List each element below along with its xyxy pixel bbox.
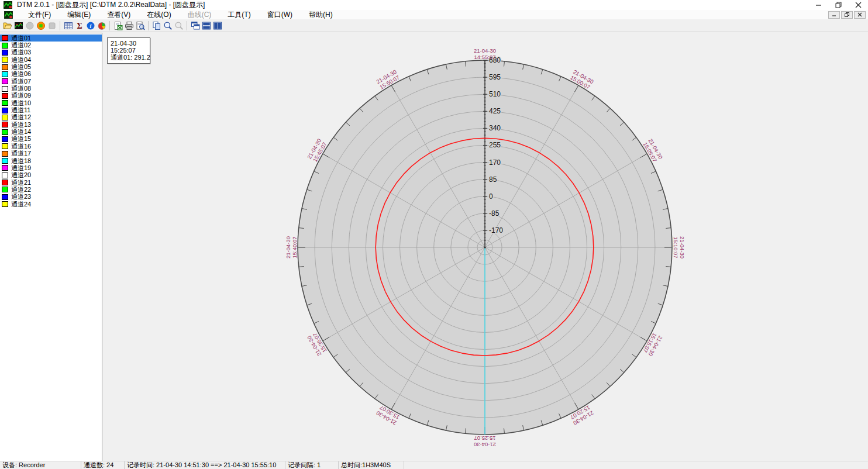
channel-color-swatch (2, 158, 8, 164)
channel-color-swatch (2, 108, 8, 113)
stop-icon (47, 21, 57, 30)
channel-color-swatch (2, 180, 8, 185)
channel-color-swatch (2, 129, 8, 135)
menu-item-online[interactable]: 在线(O) (139, 10, 179, 19)
window-close-button[interactable] (848, 0, 868, 10)
time-label: 21-04-3015:25:07 (474, 435, 496, 448)
value-axis-label: 595 (489, 73, 501, 81)
value-axis-label: 510 (489, 90, 501, 98)
export-excel-icon (113, 21, 123, 30)
zoom-out-button (173, 20, 184, 31)
channel-color-swatch (2, 173, 8, 178)
mdi-restore-button[interactable] (841, 11, 853, 19)
channel-color-swatch (2, 194, 8, 200)
channel-color-swatch (2, 43, 8, 49)
open-file-icon (3, 21, 12, 30)
channel-list-panel: 通道01通道02通道03通道04通道05通道06通道07通道08通道09通道10… (0, 33, 102, 461)
zoom-in-button[interactable] (162, 20, 173, 31)
pie-chart-icon (97, 21, 106, 30)
record-idle-button (24, 20, 35, 31)
cascade-windows-button[interactable] (190, 20, 201, 31)
channel-color-swatch (2, 86, 8, 92)
time-label-text: 21-04-3015:10:07 (673, 236, 686, 258)
data-table-button[interactable] (63, 20, 74, 31)
copy-icon (152, 21, 161, 30)
window-restore-button[interactable] (828, 0, 848, 10)
status-segment-3: 记录间隔: 1 (285, 461, 339, 469)
mdi-child-icon[interactable] (4, 11, 13, 19)
time-label: 21-04-3015:10:07 (673, 236, 686, 258)
window-minimize-button[interactable] (808, 0, 828, 10)
toolbar-separator (60, 21, 60, 30)
statistics-sum-icon: Σ (75, 21, 84, 30)
status-bar: 设备: Recorder通道数: 24记录时间: 21-04-30 14:51:… (0, 461, 868, 469)
polar-chart[interactable]: 680595510425340255170850-85-17021-04-301… (103, 33, 868, 461)
info-button[interactable]: i (85, 20, 96, 31)
value-axis-label: -85 (489, 209, 500, 218)
zoom-in-icon (163, 21, 173, 30)
value-tooltip: 21-04-30 15:25:07 通道01: 291.2 (107, 37, 150, 64)
value-axis-label: -170 (489, 226, 503, 235)
channel-color-swatch (2, 71, 8, 77)
channel-color-swatch (2, 50, 8, 56)
toolbar-separator (187, 21, 187, 30)
data-table-icon (64, 21, 73, 30)
print-button[interactable] (123, 20, 135, 31)
value-axis-label: 340 (489, 124, 501, 132)
time-label: 21-04-3014:55:07 (474, 47, 496, 60)
menu-bar: 文件(F)编辑(E)查看(V)在线(O)曲线(C)工具(T)窗口(W)帮助(H) (0, 10, 868, 19)
menu-item-file[interactable]: 文件(F) (20, 10, 59, 19)
menu-item-view[interactable]: 查看(V) (99, 10, 139, 19)
toolbar: Σi (0, 19, 868, 32)
value-axis-label: 170 (489, 158, 501, 167)
statistics-sum-button[interactable]: Σ (74, 20, 85, 31)
print-icon (125, 21, 134, 30)
minimize-icon (832, 12, 836, 17)
record-active-icon (36, 21, 46, 30)
window-title: DTM 2.0.1 - [圆盘显示] [C:\DTM 2.0.2\RealDat… (17, 0, 205, 10)
channel-color-swatch (2, 100, 8, 106)
disc-chart-area: 680595510425340255170850-85-17021-04-301… (103, 33, 868, 461)
channel-color-swatch (2, 57, 8, 63)
channel-color-swatch (2, 35, 8, 41)
menu-item-curve: 曲线(C) (180, 10, 220, 19)
time-label-text: 21-04-3014:55:07 (474, 47, 496, 60)
tooltip-value: 通道01: 291.2 (111, 54, 147, 61)
close-icon (857, 12, 862, 17)
time-label: 21-04-3015:40:07 (285, 236, 298, 258)
pie-chart-button[interactable] (96, 20, 107, 31)
print-preview-button[interactable] (135, 20, 146, 31)
mdi-minimize-button[interactable] (828, 11, 840, 19)
status-segment-4: 总时间:1H3M40S (339, 461, 404, 469)
minimize-icon (815, 2, 822, 8)
status-segment-0: 设备: Recorder (0, 461, 81, 469)
menu-item-window[interactable]: 窗口(W) (259, 10, 301, 19)
time-label-text: 21-04-3015:40:07 (285, 236, 298, 258)
record-active-button[interactable] (35, 20, 46, 31)
tile-horizontal-button[interactable] (201, 20, 212, 31)
export-excel-button[interactable] (112, 20, 123, 31)
menu-item-tools[interactable]: 工具(T) (219, 10, 259, 19)
open-file-button[interactable] (2, 20, 13, 31)
menu-item-edit[interactable]: 编辑(E) (59, 10, 99, 19)
channel-color-swatch (2, 143, 8, 149)
toolbar-separator (109, 21, 110, 30)
menu-item-help[interactable]: 帮助(H) (301, 10, 341, 19)
copy-button[interactable] (151, 20, 162, 31)
mdi-close-button[interactable] (854, 11, 866, 19)
stop-button (46, 20, 57, 31)
value-axis-label: 425 (489, 107, 501, 115)
channel-color-swatch (2, 187, 8, 192)
curve-window-button[interactable] (13, 20, 24, 31)
restore-icon (835, 2, 842, 8)
tile-vertical-button[interactable] (212, 20, 223, 31)
value-axis-label: 255 (489, 141, 501, 149)
channel-color-swatch (2, 136, 8, 142)
channel-item-24[interactable]: 通道24 (0, 201, 102, 208)
status-segment-1: 通道数: 24 (81, 461, 125, 469)
mdi-window-controls (828, 11, 866, 19)
channel-color-swatch (2, 93, 8, 99)
title-bar: DTM 2.0.1 - [圆盘显示] [C:\DTM 2.0.2\RealDat… (0, 0, 868, 10)
tile-vertical-icon (213, 21, 222, 30)
value-axis-label: 85 (489, 175, 497, 184)
